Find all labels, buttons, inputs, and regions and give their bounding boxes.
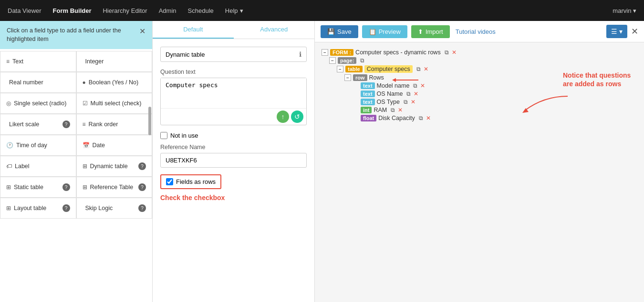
field-label-3: RAM (374, 107, 387, 113)
reference-name-input[interactable] (166, 157, 301, 164)
sidebar-field-text[interactable]: ≡Text (0, 51, 76, 72)
scroll-thumb (148, 107, 151, 135)
sidebar-field-skip-logic[interactable]: Skip Logic? (76, 198, 153, 219)
form-copy-button[interactable]: ⧉ (444, 49, 450, 56)
static-table-label: Static table (14, 184, 43, 191)
sidebar-field-rank-order[interactable]: ≡Rank order (76, 114, 153, 135)
action-up-button[interactable]: ↑ (277, 111, 289, 123)
nav-admin[interactable]: Admin (159, 7, 177, 14)
sidebar-field-real-number[interactable]: Real number (0, 72, 76, 93)
field-1-delete-button[interactable]: ✕ (413, 91, 419, 97)
import-button[interactable]: ⬆ Import (411, 25, 450, 38)
skip-logic-help-icon[interactable]: ? (138, 204, 146, 212)
field-2-delete-button[interactable]: ✕ (410, 99, 416, 105)
page-collapse-button[interactable]: − (329, 57, 336, 64)
field-1-copy-button[interactable]: ⧉ (405, 91, 412, 97)
sidebar-field-single-select[interactable]: ◎Single select (radio) (0, 93, 76, 114)
notice-close-button[interactable]: ✕ (139, 27, 145, 36)
row-name: Rows (369, 74, 384, 81)
tutorial-link[interactable]: Tutorial videos (456, 28, 496, 35)
svg-marker-1 (392, 78, 396, 82)
nav-schedule[interactable]: Schedule (188, 7, 214, 14)
question-text-container: ↑ ↺ (160, 78, 307, 125)
fields-as-rows-checkbox[interactable] (166, 178, 173, 185)
question-text-input[interactable] (161, 78, 306, 107)
form-delete-button[interactable]: ✕ (451, 49, 457, 56)
field-4-actions: ⧉ ✕ (418, 115, 432, 121)
field-3-delete-button[interactable]: ✕ (397, 107, 404, 113)
label-label: Label (15, 163, 30, 170)
preview-button[interactable]: 📋 Preview (362, 25, 407, 38)
field-3-copy-button[interactable]: ⧉ (390, 107, 396, 113)
field-type-tag-1: text (361, 91, 375, 97)
table-actions: ⧉ ✕ (415, 66, 429, 72)
nav-data-viewer[interactable]: Data Viewer (8, 7, 42, 14)
reference-table-help-icon[interactable]: ? (138, 183, 146, 191)
sidebar-field-likert-scale[interactable]: Likert scale? (0, 114, 76, 135)
page-actions: ⧉ (359, 57, 365, 64)
static-table-help-icon[interactable]: ? (62, 183, 70, 191)
tab-advanced[interactable]: Advanced (234, 21, 315, 39)
sidebar-field-dynamic-table[interactable]: ⊞Dynamic table? (76, 156, 153, 177)
row-collapse-button[interactable]: − (344, 74, 351, 81)
form-name: Computer specs - dynamic rows (355, 49, 441, 56)
field-3-actions: ⧉ ✕ (390, 107, 404, 113)
save-button[interactable]: 💾 Save (321, 25, 358, 38)
dynamic-table-icon: ⊞ (83, 163, 87, 170)
multi-select-label: Multi select (check) (91, 100, 142, 107)
sidebar-field-date[interactable]: 📅Date (76, 135, 153, 156)
rows-arrow (392, 75, 421, 85)
right-panel: 💾 Save 📋 Preview ⬆ Import Tutorial video… (315, 21, 644, 302)
sidebar-field-boolean[interactable]: ●Boolean (Yes / No) (76, 72, 153, 93)
page-copy-button[interactable]: ⧉ (359, 57, 365, 64)
field-4-delete-button[interactable]: ✕ (425, 115, 432, 121)
sidebar-field-layout-table[interactable]: ⊞Layout table? (0, 198, 76, 219)
form-collapse-button[interactable]: − (322, 49, 328, 56)
likert-scale-help-icon[interactable]: ? (62, 121, 70, 128)
nav-hierarchy-editor[interactable]: Hierarchy Editor (103, 7, 147, 14)
annotation-arrow-svg (515, 94, 572, 118)
date-icon: 📅 (83, 142, 90, 149)
close-panel-button[interactable]: ✕ (631, 26, 638, 37)
field-2-actions: ⧉ ✕ (403, 99, 416, 105)
field-1-actions: ⧉ ✕ (405, 91, 419, 97)
table-collapse-button[interactable]: − (337, 66, 343, 72)
help-menu-button[interactable]: Help ▾ (225, 7, 243, 14)
layout-table-help-icon[interactable]: ? (62, 204, 70, 212)
tree-field-os-name: text OS Name ⧉ ✕ (352, 91, 637, 97)
sidebar-field-multi-select[interactable]: ☑Multi select (check) (76, 93, 153, 114)
date-label: Date (93, 142, 105, 149)
main-layout: Click on a field type to add a field und… (0, 21, 644, 302)
not-in-use-checkbox[interactable] (160, 132, 167, 139)
menu-button[interactable]: ☰ ▾ (606, 25, 627, 38)
table-copy-button[interactable]: ⧉ (415, 66, 422, 72)
field-2-copy-button[interactable]: ⧉ (403, 99, 409, 105)
field-type-tag-3: int (361, 107, 372, 113)
sidebar-field-label[interactable]: 🏷Label (0, 156, 76, 177)
reference-name-row: Reference Name (160, 144, 307, 168)
time-of-day-label: Time of day (16, 142, 47, 149)
likert-scale-label: Likert scale (9, 121, 39, 128)
sidebar-notice: Click on a field type to add a field und… (0, 21, 152, 49)
tree-field-disk-capacity: float Disk Capacity ⧉ ✕ (352, 115, 637, 121)
field-type-tag-2: text (361, 99, 375, 105)
user-menu[interactable]: marvin ▾ (613, 7, 636, 14)
field-4-copy-button[interactable]: ⧉ (418, 115, 424, 121)
sidebar-field-reference-table[interactable]: ⊞Reference Table? (76, 177, 153, 198)
sidebar-field-time-of-day[interactable]: 🕐Time of day (0, 135, 76, 156)
tree-table-row: − table Computer specs ⧉ ✕ (337, 65, 637, 73)
action-refresh-button[interactable]: ↺ (291, 111, 303, 123)
dynamic-table-help-icon[interactable]: ? (138, 162, 146, 170)
save-icon: 💾 (327, 28, 335, 35)
sidebar-field-static-table[interactable]: ⊞Static table? (0, 177, 76, 198)
field-type-info-icon[interactable]: ℹ (299, 50, 301, 58)
table-delete-button[interactable]: ✕ (423, 66, 429, 72)
row-tag: row (353, 74, 367, 81)
nav-form-builder[interactable]: Form Builder (53, 7, 92, 14)
text-label: Text (12, 58, 23, 65)
check-the-checkbox-text: Check the checkbox (160, 194, 307, 201)
sidebar-field-integer[interactable]: Integer (76, 51, 153, 72)
tree-form-row: − FORM : Computer specs - dynamic rows ⧉… (322, 49, 637, 56)
tab-default[interactable]: Default (153, 21, 234, 39)
boolean-label: Boolean (Yes / No) (89, 79, 138, 86)
